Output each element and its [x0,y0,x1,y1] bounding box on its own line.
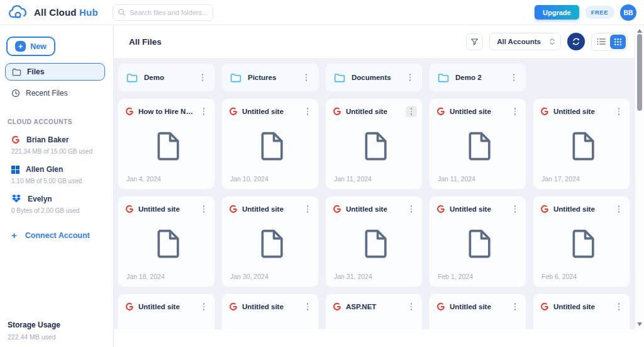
plus-icon: + [11,230,17,240]
file-card[interactable]: Untitled site [118,293,215,329]
file-card[interactable]: How to Hire No...Jan 4, 2024 [118,98,215,190]
list-view-button[interactable] [593,35,609,49]
upgrade-button[interactable]: Upgrade [535,5,579,20]
file-card[interactable]: Untitled siteFeb 1, 2024 [429,196,526,287]
folder-card[interactable]: Demo [118,63,215,92]
search-input[interactable] [113,4,213,21]
google-file-icon [436,302,445,311]
file-name: Untitled site [553,303,609,310]
grid-view-button[interactable] [610,35,626,49]
google-file-icon [333,107,341,116]
file-name: Untitled site [242,108,297,115]
more-options-button[interactable] [404,72,416,83]
file-card[interactable]: Untitled site [221,293,319,329]
google-file-icon [125,302,134,311]
folder-name: Pictures [248,74,294,81]
account-usage: 0 Bytes of 2.00 GB used [11,207,113,214]
file-card[interactable]: Untitled siteJan 18, 2024 [118,196,215,287]
more-options-button[interactable] [197,72,208,83]
account-usage: 1.10 MB of 5.00 GB used [11,178,113,185]
file-card[interactable]: Untitled siteJan 31, 2024 [325,196,423,287]
refresh-icon [572,37,580,46]
sidebar-nav: Files Recent Files [0,63,113,106]
account-item[interactable]: Allen Glen [11,165,113,174]
folder-card[interactable]: Demo 2 [429,63,526,92]
more-options-button[interactable] [198,203,209,215]
google-file-icon [125,107,134,116]
more-options-button[interactable] [406,203,417,215]
files-content: DemoPicturesDocumentsDemo 2 How to Hire … [114,58,644,329]
more-options-button[interactable] [302,203,313,215]
file-name: Untitled site [346,108,401,115]
more-options-button[interactable] [302,106,313,117]
scrollbar[interactable] [635,25,644,331]
account-item[interactable]: Evelyn [11,195,113,203]
file-name: Untitled site [242,303,297,310]
connect-account-button[interactable]: + Connect Account [11,230,113,240]
app-window: All Cloud Hub Upgrade FREE BB + New [0,0,644,347]
folder-icon [230,73,242,82]
file-name: ASP.NET [346,303,401,310]
file-card[interactable]: Untitled siteFeb 6, 2024 [533,196,630,287]
more-options-button[interactable] [613,203,625,215]
google-file-icon [125,205,134,213]
more-options-button[interactable] [198,301,209,312]
more-options-button[interactable] [613,301,625,312]
file-name: Untitled site [450,108,505,115]
brand-logo[interactable]: All Cloud Hub [0,5,104,20]
file-card[interactable]: Untitled site [533,293,630,329]
more-options-button[interactable] [509,106,521,117]
sidebar-item-files[interactable]: Files [5,63,105,81]
accounts-filter-select[interactable]: All Accounts [489,33,561,50]
files-grid: How to Hire No...Jan 4, 2024Untitled sit… [118,98,644,329]
account-name: Evelyn [28,195,52,203]
more-options-button[interactable] [509,203,521,215]
storage-used-value: 222.44 MB used [8,333,60,341]
scroll-up-arrow-icon[interactable] [637,28,642,33]
topbar-actions: Upgrade FREE BB [535,4,644,21]
folder-name: Demo [144,74,191,81]
file-date: Jan 11, 2024 [333,175,417,183]
file-name: Untitled site [450,303,505,310]
storage-usage: Storage Usage 222.44 MB used [8,321,60,341]
folder-card[interactable]: Pictures [221,63,319,92]
new-button[interactable]: + New [6,37,55,56]
more-options-button[interactable] [198,106,209,117]
folder-card[interactable]: Documents [325,63,423,92]
more-options-button[interactable] [301,72,312,83]
google-drive-icon [11,135,20,144]
google-file-icon [540,302,549,311]
refresh-button[interactable] [567,33,585,50]
more-options-button[interactable] [406,106,417,117]
google-file-icon [333,302,341,311]
file-date: Jan 31, 2024 [333,273,417,280]
more-options-button[interactable] [406,301,417,312]
page-title: All Files [129,37,162,47]
sidebar-item-recent-files[interactable]: Recent Files [5,84,105,102]
file-card[interactable]: Untitled siteJan 11, 2024 [429,98,526,190]
storage-title: Storage Usage [8,321,60,329]
document-icon [465,228,492,259]
file-card[interactable]: ASP.NET [325,293,423,329]
scroll-down-arrow-icon[interactable] [637,322,642,327]
user-avatar[interactable]: BB [620,4,636,21]
file-card[interactable]: Untitled siteJan 10, 2024 [221,98,319,190]
file-card[interactable]: Untitled siteJan 17, 2024 [533,98,630,190]
more-options-button[interactable] [508,72,519,83]
sidebar-item-label: Recent Files [26,89,68,98]
account-item[interactable]: Brian Baker [11,135,113,144]
dropbox-icon [11,195,21,203]
file-date: Feb 6, 2024 [540,273,625,280]
more-options-button[interactable] [613,106,625,117]
more-options-button[interactable] [302,301,313,312]
more-options-button[interactable] [509,301,521,312]
filter-button[interactable] [466,33,483,50]
cloud-logo-icon [8,5,29,20]
file-card[interactable]: Untitled site [429,293,526,329]
file-name: Untitled site [138,303,194,310]
file-card[interactable]: Untitled siteJan 11, 2024 [325,98,423,190]
folder-name: Documents [352,74,398,81]
file-name: How to Hire No... [138,108,194,115]
file-card[interactable]: Untitled siteJan 30, 2024 [221,196,319,287]
scrollbar-thumb[interactable] [637,34,642,111]
